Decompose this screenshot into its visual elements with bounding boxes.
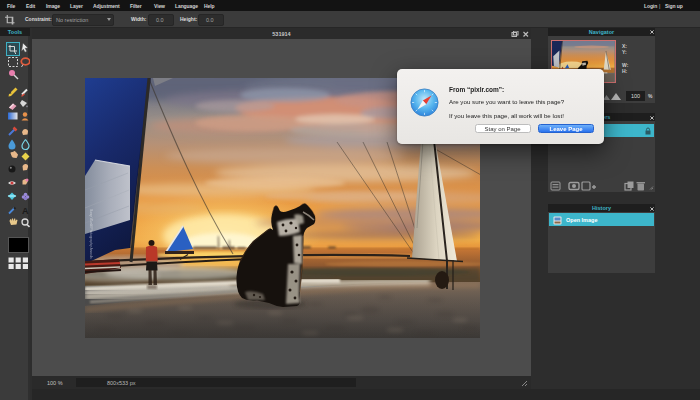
svg-text:A: A	[22, 206, 29, 216]
svg-text:Sony World Photography Awards: Sony World Photography Awards	[89, 209, 93, 259]
